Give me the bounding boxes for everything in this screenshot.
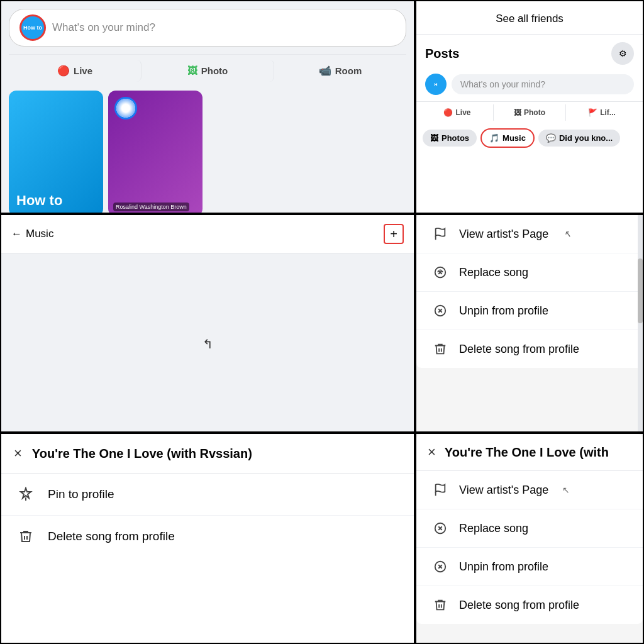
posts-placeholder-input[interactable]: What's on your mind?: [452, 74, 634, 94]
pin-icon: [16, 485, 35, 504]
live-icon: 🔴: [57, 65, 70, 77]
context-menu-bottom-right: × You're The One I Love (with View artis…: [416, 434, 643, 624]
mid-left-panel: ← Music + ↰: [0, 214, 415, 433]
mid-right-panel: View artist's Page ↖ Replace song Unpin …: [415, 214, 644, 433]
bottom-delete[interactable]: Delete song from profile: [1, 516, 414, 557]
action-bar: 🔴 Live 🖼 Photo 📹 Room: [9, 54, 406, 82]
see-all-friends-link[interactable]: See all friends: [416, 1, 643, 35]
top-right-panel: See all friends Posts ⚙ H What's on your…: [415, 0, 644, 214]
music-icon: 🎵: [489, 133, 499, 143]
photo-button[interactable]: 🖼 Photo: [142, 60, 274, 82]
br-flag-icon: [431, 481, 449, 499]
posts-live-button[interactable]: 🔴 Live: [421, 104, 494, 121]
posts-photo-icon: 🖼: [514, 108, 521, 117]
room-icon: 📹: [319, 65, 331, 77]
back-arrow-icon: ←: [11, 228, 22, 240]
context-view-artist[interactable]: View artist's Page ↖: [416, 215, 643, 253]
br-view-artist[interactable]: View artist's Page ↖: [416, 471, 643, 509]
br-close-button[interactable]: ×: [428, 444, 436, 460]
replace-icon: [431, 264, 449, 281]
bottom-pin[interactable]: Pin to profile: [1, 474, 414, 516]
trash-icon: [431, 340, 449, 358]
posts-life-icon: 🚩: [588, 108, 597, 117]
song-title: You're The One I Love (with Rvssian): [32, 447, 252, 461]
music-header: ← Music +: [1, 215, 414, 253]
br-cursor-indicator: ↖: [562, 485, 570, 495]
story-name-tag: Rosalind Washington Brown: [113, 203, 189, 211]
posts-actions: 🔴 Live 🖼 Photo 🚩 Lif...: [416, 101, 643, 123]
story-avatar-2: [114, 97, 137, 119]
context-menu: View artist's Page ↖ Replace song Unpin …: [416, 215, 643, 368]
story-card-1[interactable]: How to: [9, 91, 103, 214]
flag-icon: [431, 225, 449, 243]
posts-title: Posts: [425, 47, 459, 61]
posts-compose: H What's on your mind?: [416, 70, 643, 101]
live-button[interactable]: 🔴 Live: [9, 60, 142, 82]
br-song-title: You're The One I Love (with: [445, 445, 609, 460]
br-unpin[interactable]: Unpin from profile: [416, 548, 643, 586]
room-button[interactable]: 📹 Room: [274, 60, 406, 82]
circle-x-icon: [431, 302, 449, 319]
scrollbar-thumb[interactable]: [638, 258, 643, 323]
post-placeholder: What's on your mind?: [52, 21, 396, 34]
trash-icon-bottom: [16, 527, 35, 546]
music-back-button[interactable]: ← Music: [11, 228, 53, 240]
br-replace-song[interactable]: Replace song: [416, 509, 643, 548]
top-left-panel: How to What's on your mind? 🔴 Live 🖼 Pho…: [0, 0, 415, 214]
tab-photos[interactable]: 🖼 Photos: [423, 130, 477, 147]
posts-photo-button[interactable]: 🖼 Photo: [494, 104, 566, 121]
br-header: × You're The One I Love (with: [416, 434, 643, 471]
music-add-button[interactable]: +: [384, 224, 404, 244]
media-tabs: 🖼 Photos 🎵 Music 💬 Did you kno...: [416, 123, 643, 153]
bot-right-panel: × You're The One I Love (with View artis…: [415, 433, 644, 644]
context-unpin[interactable]: Unpin from profile: [416, 292, 643, 330]
posts-live-icon: 🔴: [443, 108, 453, 117]
tab-music[interactable]: 🎵 Music: [480, 128, 535, 148]
stories-row: How to Rosalind Washington Brown: [9, 91, 406, 214]
photos-icon: 🖼: [430, 133, 438, 143]
story-card-2[interactable]: Rosalind Washington Brown: [108, 91, 203, 214]
posts-header: Posts ⚙: [416, 35, 643, 70]
context-replace-song[interactable]: Replace song: [416, 253, 643, 292]
br-delete-song[interactable]: Delete song from profile: [416, 586, 643, 624]
br-circle-x-icon: [431, 558, 449, 575]
posts-life-button[interactable]: 🚩 Lif...: [566, 104, 638, 121]
chat-icon: 💬: [546, 133, 556, 143]
filter-button[interactable]: ⚙: [611, 42, 634, 65]
bottom-header: × You're The One I Love (with Rvssian): [1, 434, 414, 474]
avatar: How to: [19, 14, 46, 41]
scrollbar-track: [638, 215, 643, 431]
story-text-1: How to: [16, 192, 62, 209]
cursor-indicator: ↖: [564, 228, 572, 240]
bottom-menu: × You're The One I Love (with Rvssian) P…: [1, 434, 414, 643]
tab-did-you-know[interactable]: 💬 Did you kno...: [538, 130, 620, 147]
br-replace-icon: [431, 519, 449, 537]
bot-left-panel: × You're The One I Love (with Rvssian) P…: [0, 433, 415, 644]
photo-icon: 🖼: [187, 65, 197, 77]
br-trash-icon: [431, 596, 449, 614]
music-body: ↰: [1, 253, 414, 433]
close-button[interactable]: ×: [14, 445, 22, 462]
context-delete-song[interactable]: Delete song from profile: [416, 330, 643, 368]
post-box[interactable]: How to What's on your mind?: [9, 9, 406, 47]
avatar-small: H: [425, 74, 447, 95]
cursor-icon: ↰: [203, 336, 213, 352]
